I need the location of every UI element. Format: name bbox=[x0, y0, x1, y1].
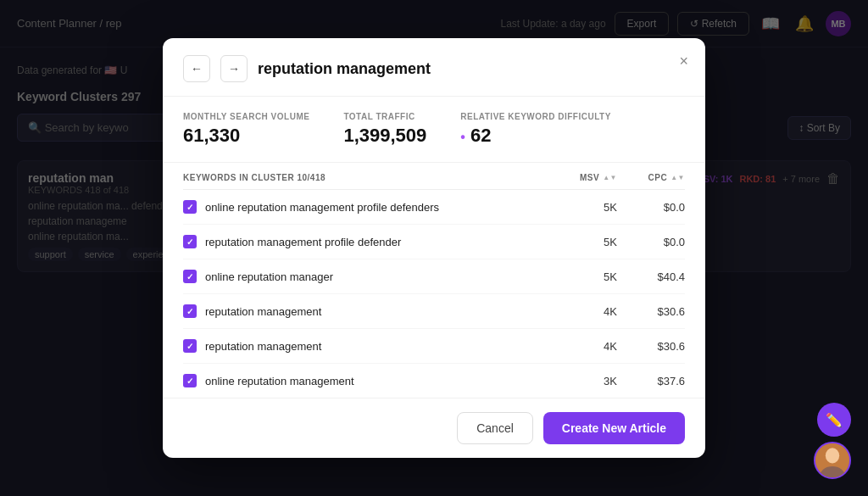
stat-tt-value: 1,399,509 bbox=[343, 125, 426, 147]
modal-overlay[interactable]: ← → reputation management × MONTHLY SEAR… bbox=[0, 0, 868, 496]
table-row[interactable]: reputation management 4K $30.6 bbox=[183, 294, 685, 329]
msv-value: 5K bbox=[549, 270, 617, 283]
create-new-article-button[interactable]: Create New Article bbox=[543, 412, 685, 444]
msv-value: 5K bbox=[549, 201, 617, 214]
stat-keyword-difficulty: RELATIVE KEYWORD DIFFICULTY 62 bbox=[460, 112, 611, 147]
cpc-value: $0.0 bbox=[617, 201, 685, 214]
row-left: online reputation manager bbox=[183, 270, 549, 283]
stat-total-traffic: TOTAL TRAFFIC 1,399,509 bbox=[343, 112, 426, 147]
stat-rkd-label: RELATIVE KEYWORD DIFFICULTY bbox=[460, 112, 611, 121]
modal-footer: Cancel Create New Article bbox=[163, 398, 705, 458]
row-left: reputation management bbox=[183, 339, 549, 353]
table-row[interactable]: reputation management profile defender 5… bbox=[183, 225, 685, 259]
col-keywords: KEYWORDS IN CLUSTER 10/418 bbox=[183, 173, 549, 182]
create-label: Create New Article bbox=[562, 421, 666, 435]
cancel-button[interactable]: Cancel bbox=[457, 412, 533, 444]
keyword-text: reputation management profile defender bbox=[205, 236, 401, 248]
stat-rkd-value: 62 bbox=[460, 125, 611, 147]
col-cpc[interactable]: CPC ▲▼ bbox=[617, 173, 685, 182]
stats-row: MONTHLY SEARCH VOLUME 61,330 TOTAL TRAFF… bbox=[163, 97, 705, 163]
forward-button[interactable]: → bbox=[220, 55, 248, 82]
keyword-text: reputation management bbox=[205, 305, 321, 318]
cancel-label: Cancel bbox=[476, 421, 514, 435]
cpc-value: $30.6 bbox=[617, 340, 685, 353]
cpc-sort-icon: ▲▼ bbox=[670, 174, 685, 181]
modal-header: ← → reputation management × bbox=[163, 38, 705, 97]
row-checkbox[interactable] bbox=[183, 235, 197, 248]
row-checkbox[interactable] bbox=[183, 304, 197, 318]
cpc-value: $40.4 bbox=[617, 270, 685, 283]
back-button[interactable]: ← bbox=[183, 55, 210, 82]
pencil-fab[interactable]: ✏️ bbox=[817, 403, 851, 437]
keyword-text: online reputation manager bbox=[205, 270, 333, 283]
table-row[interactable]: online reputation management profile def… bbox=[183, 190, 685, 225]
table-row[interactable]: online reputation management 3K $37.6 bbox=[183, 364, 685, 398]
msv-value: 5K bbox=[549, 236, 617, 248]
msv-value: 3K bbox=[549, 375, 617, 387]
close-button[interactable]: × bbox=[679, 53, 688, 69]
row-left: reputation management profile defender bbox=[183, 235, 549, 248]
msv-sort-icon: ▲▼ bbox=[603, 174, 617, 181]
col-cpc-label: CPC bbox=[648, 173, 668, 182]
row-left: online reputation management bbox=[183, 374, 549, 387]
modal-dialog: ← → reputation management × MONTHLY SEAR… bbox=[163, 38, 705, 458]
forward-icon: → bbox=[228, 62, 240, 75]
modal-body: KEYWORDS IN CLUSTER 10/418 MSV ▲▼ CPC ▲▼… bbox=[163, 163, 705, 398]
row-checkbox[interactable] bbox=[183, 339, 197, 353]
table-rows-container: online reputation management profile def… bbox=[183, 190, 685, 398]
row-left: reputation management bbox=[183, 304, 549, 318]
close-icon: × bbox=[679, 53, 688, 70]
msv-value: 4K bbox=[549, 305, 617, 318]
row-left: online reputation management profile def… bbox=[183, 200, 549, 214]
keyword-text: online reputation management bbox=[205, 375, 354, 387]
stat-tt-label: TOTAL TRAFFIC bbox=[343, 112, 426, 121]
keyword-text: reputation management bbox=[205, 340, 321, 353]
table-row[interactable]: online reputation manager 5K $40.4 bbox=[183, 259, 685, 294]
table-header: KEYWORDS IN CLUSTER 10/418 MSV ▲▼ CPC ▲▼ bbox=[183, 163, 685, 190]
cpc-value: $30.6 bbox=[617, 305, 685, 318]
msv-value: 4K bbox=[549, 340, 617, 353]
table-row[interactable]: reputation management 4K $30.6 bbox=[183, 329, 685, 364]
svg-point-1 bbox=[826, 448, 839, 463]
cpc-value: $37.6 bbox=[617, 375, 685, 387]
cpc-value: $0.0 bbox=[617, 236, 685, 248]
row-checkbox[interactable] bbox=[183, 200, 197, 214]
stat-monthly-search-volume: MONTHLY SEARCH VOLUME 61,330 bbox=[183, 112, 309, 147]
avatar-user-image bbox=[814, 442, 851, 479]
row-checkbox[interactable] bbox=[183, 270, 197, 283]
modal-title: reputation management bbox=[258, 60, 685, 78]
avatar-svg bbox=[815, 442, 849, 477]
bottom-user-avatar[interactable] bbox=[814, 442, 851, 479]
col-keywords-label: KEYWORDS IN CLUSTER 10/418 bbox=[183, 173, 326, 182]
col-msv[interactable]: MSV ▲▼ bbox=[549, 173, 617, 182]
back-icon: ← bbox=[191, 62, 203, 75]
stat-msv-label: MONTHLY SEARCH VOLUME bbox=[183, 112, 309, 121]
row-checkbox[interactable] bbox=[183, 374, 197, 387]
stat-msv-value: 61,330 bbox=[183, 125, 309, 147]
keyword-text: online reputation management profile def… bbox=[205, 201, 439, 214]
col-msv-label: MSV bbox=[580, 173, 599, 182]
